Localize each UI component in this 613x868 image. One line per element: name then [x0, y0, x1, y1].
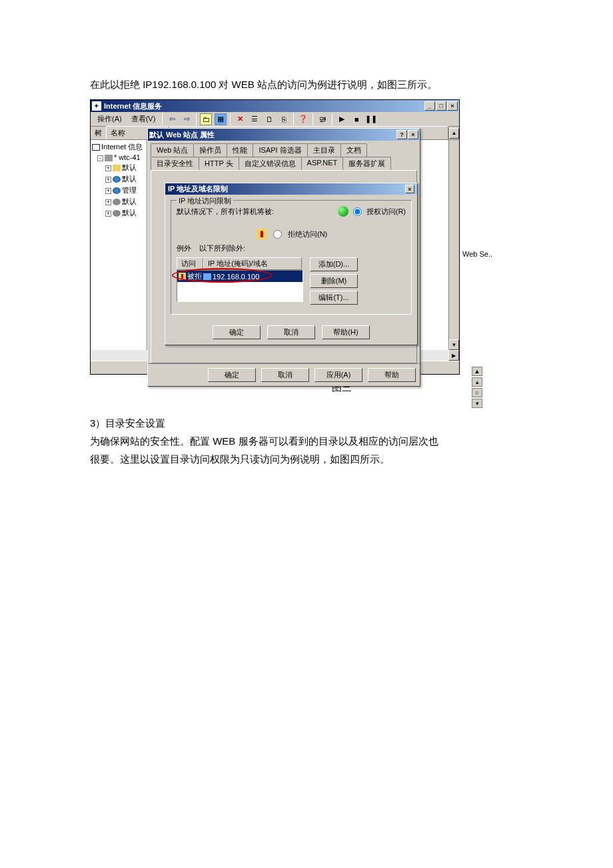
scroll-up-icon[interactable]: ▲: [449, 128, 459, 139]
stop-icon[interactable]: ■: [350, 113, 362, 125]
deny-label: 拒绝访问(N): [288, 229, 327, 239]
tab-performance[interactable]: 性能: [227, 143, 253, 157]
menubar: 操作(A) 查看(V) ⇦ ⇨ 🗀 ▦ ✕ ☰ 🗋 ⎘ ❓ 🖳 ▶ ■ ❚❚: [91, 112, 459, 127]
scroll-down-icon[interactable]: ▼: [449, 339, 459, 350]
pager-up-icon[interactable]: ▴: [472, 377, 482, 387]
tree-label: 树: [91, 128, 106, 138]
grant-icon: [338, 206, 348, 217]
edit-button[interactable]: 编辑(T)...: [310, 291, 358, 305]
section-p1: 为确保网站的安全性。配置 WEB 服务器可以看到的目录以及相应的访问层次也: [90, 432, 593, 450]
tab-http-headers[interactable]: HTTP 头: [199, 157, 239, 170]
props-cancel-button[interactable]: 取消: [261, 368, 309, 382]
tree-site-1[interactable]: +默认: [92, 162, 145, 173]
play-icon[interactable]: ▶: [336, 113, 348, 125]
delete-icon[interactable]: ✕: [234, 113, 246, 125]
default-label: 默认情况下，所有计算机将被:: [177, 207, 274, 217]
tab-homedir[interactable]: 主目录: [307, 143, 341, 157]
tree-site-4[interactable]: +默认: [92, 207, 145, 219]
row-deny-icon: [179, 273, 186, 280]
section-heading: 3）目录安全设置: [90, 414, 593, 432]
row-ip: 192.168.0.100: [213, 273, 259, 281]
mmc-titlebar: ✦ Internet 信息服务 _ □ ×: [91, 100, 459, 112]
ip-list[interactable]: 被拒 192.168.0.100: [177, 270, 303, 302]
ip-list-row[interactable]: 被拒 192.168.0.100: [177, 271, 303, 282]
menu-action[interactable]: 操作(A): [93, 113, 126, 125]
app-icon: ✦: [92, 101, 101, 111]
tab-aspnet[interactable]: ASP.NET: [301, 157, 344, 170]
forward-icon[interactable]: ⇨: [181, 113, 193, 125]
intro-text: 在此以拒绝 IP192.168.0.100 对 WEB 站点的访问为例进行说明，…: [90, 77, 593, 93]
ip-access-group: 默认情况下，所有计算机将被: 授权访问(R) 拒绝访问(N): [171, 200, 412, 315]
back-icon[interactable]: ⇦: [166, 113, 178, 125]
props-close-button[interactable]: ×: [408, 130, 418, 139]
iis-window: ✦ Internet 信息服务 _ □ × 操作(A) 查看(V) ⇦ ⇨ 🗀 …: [90, 99, 460, 375]
tab-website[interactable]: Web 站点: [151, 143, 194, 157]
tab-isapi[interactable]: ISAPI 筛选器: [253, 143, 307, 157]
tab-dir-security[interactable]: 目录安全性: [151, 157, 199, 170]
properties-dialog: 默认 Web 站点 属性 ? × Web 站点 操作员 性能 ISAPI 筛选器…: [147, 128, 420, 387]
server-icon[interactable]: 🖳: [316, 113, 328, 125]
ip-cancel-button[interactable]: 取消: [267, 325, 315, 339]
tab-custom-errors[interactable]: 自定义错误信息: [239, 157, 302, 170]
side-label: Web Se..: [462, 250, 492, 258]
row-pc-icon: [203, 273, 211, 280]
except-sub-label: 以下所列除外:: [199, 243, 245, 253]
pause-icon[interactable]: ❚❚: [365, 113, 377, 125]
section-p2: 很要。这里以设置目录访问权限为只读访问为例说明，如图四所示。: [90, 450, 593, 468]
export-icon[interactable]: ⎘: [278, 113, 290, 125]
deny-radio[interactable]: [273, 230, 282, 239]
tab-server-ext[interactable]: 服务器扩展: [342, 157, 391, 170]
maximize-button[interactable]: □: [436, 101, 446, 111]
ip-ok-button[interactable]: 确定: [213, 325, 261, 339]
props-titlebar: 默认 Web 站点 属性 ? ×: [148, 129, 420, 141]
deny-icon: [257, 229, 267, 239]
props-ok-button[interactable]: 确定: [208, 368, 256, 382]
scrollbar-vertical[interactable]: ▼: [448, 140, 459, 350]
pager-buttons: ▲ ▴ ○ ▾: [472, 367, 482, 408]
ip-titlebar: IP 地址及域名限制 ×: [165, 183, 417, 195]
pager-top-icon[interactable]: ▲: [472, 367, 482, 376]
pager-mid-icon[interactable]: ○: [472, 388, 482, 397]
add-button[interactable]: 添加(D)...: [310, 257, 358, 271]
grant-label: 授权访问(R): [366, 207, 406, 217]
close-button[interactable]: ×: [447, 101, 458, 111]
up-folder-icon[interactable]: 🗀: [200, 113, 212, 125]
ip-dialog-title: IP 地址及域名限制: [168, 184, 228, 194]
tab-operators[interactable]: 操作员: [193, 143, 227, 157]
props-apply-button[interactable]: 应用(A): [314, 368, 362, 382]
menu-view[interactable]: 查看(V): [127, 113, 160, 125]
remove-button[interactable]: 删除(M): [310, 274, 358, 288]
scroll-right-icon[interactable]: ▶: [448, 350, 459, 361]
ip-help-button[interactable]: 帮助(H): [322, 325, 370, 339]
properties-icon[interactable]: ☰: [249, 113, 261, 125]
tree-admin[interactable]: +管理: [92, 185, 145, 196]
tree-site-3[interactable]: +默认: [92, 196, 145, 207]
tree-root[interactable]: Internet 信息: [92, 141, 145, 153]
except-label: 例外: [177, 243, 191, 253]
refresh-icon[interactable]: 🗋: [263, 113, 275, 125]
minimize-button[interactable]: _: [424, 101, 435, 111]
props-title: 默认 Web 站点 属性: [149, 130, 215, 140]
props-help-button[interactable]: ?: [396, 130, 407, 139]
tree-host[interactable]: -* wtc-41: [92, 153, 145, 162]
row-status: 被拒: [187, 271, 202, 281]
ip-close-button[interactable]: ×: [405, 185, 414, 193]
props-help-button[interactable]: 帮助: [368, 368, 416, 382]
col-access[interactable]: 访问: [177, 257, 203, 270]
tree-site-2[interactable]: +默认: [92, 173, 145, 185]
tree-panel: Internet 信息 -* wtc-41 +默认 +默认 +管理 +默认 +默…: [91, 140, 147, 350]
ip-restriction-dialog: IP 地址及域名限制 × 默认情况下，所有计算机将被: 授权访问(R): [165, 183, 418, 345]
pager-down-icon[interactable]: ▾: [472, 399, 482, 408]
view-icon[interactable]: ▦: [215, 113, 227, 125]
tab-documents[interactable]: 文档: [340, 143, 367, 157]
mmc-title: Internet 信息服务: [104, 101, 162, 111]
grant-radio[interactable]: [353, 207, 362, 216]
col-ip[interactable]: IP 地址(掩码)/域名: [203, 257, 302, 270]
help-icon[interactable]: ❓: [297, 113, 309, 125]
